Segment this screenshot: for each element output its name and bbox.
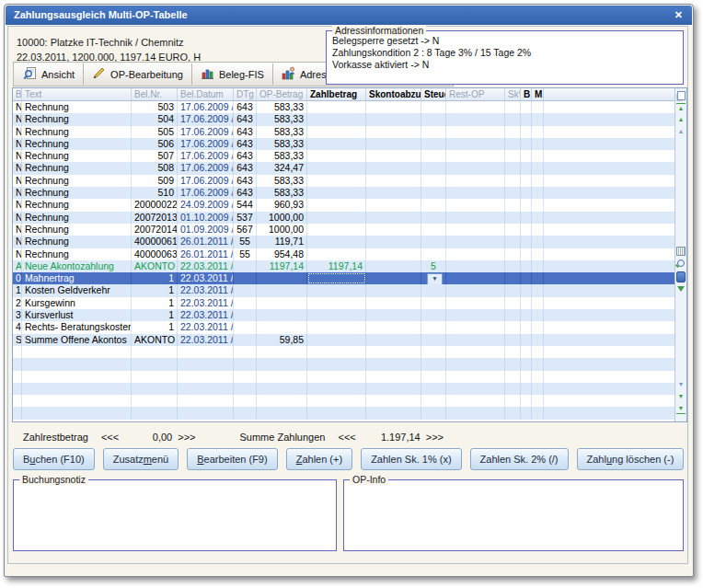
table-row[interactable]: NRechnung50917.06.2009 /Mi643583,33 — [13, 175, 674, 187]
cell-dtg: 643 — [234, 187, 257, 199]
cell-zb — [307, 236, 366, 248]
table-row[interactable]: 1Kosten Geldverkehr122.03.2011 /Di — [13, 284, 674, 296]
table-row[interactable]: NRechnung50517.06.2009 /Mi643583,33 — [13, 126, 674, 138]
tab-op-bearbeitung[interactable]: OP-Bearbeitung — [84, 63, 192, 85]
table-row[interactable]: NRechnung50317.06.2009 /Mi643583,33 — [13, 101, 674, 113]
cell-sk — [366, 138, 421, 150]
tax-dropdown-button[interactable]: ▼ — [427, 273, 443, 284]
cell-st: 5 — [421, 260, 446, 272]
zahlen-button[interactable]: Zahlen (+) — [286, 448, 352, 470]
cell-dtg — [234, 334, 257, 346]
table-row[interactable]: NRechnung4000006126.01.2011 /Mi55119,71 — [13, 236, 674, 248]
cell-skp — [505, 126, 521, 138]
scroll-page-up-icon[interactable]: ▲ — [676, 115, 686, 124]
column-header-belnr[interactable]: Bel.Nr. — [132, 88, 178, 100]
cell-m — [532, 395, 544, 407]
cell-datum: 01.10.2009 /Do — [178, 212, 234, 224]
cell-b2 — [521, 248, 532, 260]
columns-icon[interactable] — [676, 245, 686, 256]
cell-sk — [366, 272, 421, 284]
scroll-top-icon[interactable]: ▲ — [676, 103, 686, 113]
copy-table-icon[interactable] — [676, 89, 686, 100]
column-header-sk[interactable]: Skontoabzug — [366, 88, 421, 100]
cell-op: 1000,00 — [257, 212, 307, 224]
column-header-fill[interactable] — [544, 88, 674, 100]
table-row[interactable] — [13, 395, 674, 407]
table-row[interactable]: NRechnung50417.06.2009 /Mi643583,33 — [13, 113, 674, 125]
tab-ansicht[interactable]: Ansicht — [15, 63, 84, 85]
cell-b: N — [13, 175, 22, 187]
table-row[interactable] — [13, 383, 674, 395]
booking-note-area[interactable] — [14, 480, 336, 550]
scroll-down-icon[interactable]: ▼ — [676, 380, 686, 389]
op-info-area[interactable] — [344, 480, 683, 550]
cell-b2 — [521, 297, 532, 309]
table-row[interactable]: NRechnung2000002224.09.2009 /Do544960,93 — [13, 199, 674, 211]
cell-dtg — [234, 346, 257, 358]
cell-sk — [366, 126, 421, 138]
cell-m — [532, 138, 544, 150]
table-row[interactable]: 2Kursgewinn122.03.2011 /Di — [13, 297, 674, 309]
scroll-up-icon[interactable]: ▲ — [676, 127, 686, 136]
column-header-skp[interactable]: Sk% — [505, 88, 521, 100]
bearbeiten-f9-button[interactable]: Bearbeiten (F9) — [187, 448, 277, 470]
cell-text: Rechnung — [22, 212, 132, 224]
search-icon[interactable] — [676, 258, 686, 267]
zahlen-sk-1-x-button[interactable]: Zahlen Sk. 1% (x) — [361, 448, 461, 470]
scrollbar-thumb[interactable] — [676, 271, 686, 282]
table-row[interactable]: NRechnung2007201301.10.2009 /Do5371000,0… — [13, 212, 674, 224]
column-header-b2[interactable]: B — [521, 88, 532, 100]
tab-beleg-fis[interactable]: Beleg-FIS — [192, 63, 273, 85]
column-header-st[interactable]: Steue — [421, 88, 446, 100]
table-row[interactable] — [13, 346, 674, 358]
cell-datum — [178, 383, 234, 395]
table-row[interactable]: NRechnung51017.06.2009 /Mi643583,33 — [13, 187, 674, 199]
column-header-dtg[interactable]: DTg — [234, 88, 257, 100]
table-row[interactable] — [13, 407, 674, 419]
table-row[interactable]: NRechnung2007201401.09.2009 /Di5671000,0… — [13, 224, 674, 236]
cell-zb — [307, 162, 366, 174]
cell-text: Rechnung — [22, 162, 132, 174]
close-icon[interactable]: ✕ — [674, 9, 683, 21]
filter-icon[interactable] — [676, 284, 686, 292]
cell-fill — [544, 272, 674, 284]
column-header-datum[interactable]: Bel.Datum — [178, 88, 234, 100]
table-row[interactable]: 0Mahnertrag122.03.2011 /Di▼ — [13, 272, 674, 284]
cell-text — [22, 371, 132, 383]
cell-b2 — [521, 236, 532, 248]
cell-sk — [366, 395, 421, 407]
column-header-op[interactable]: OP-Betrag — [257, 88, 307, 100]
column-header-text[interactable]: Text — [22, 88, 132, 100]
column-header-rest[interactable]: Rest-OP — [446, 88, 505, 100]
cell-st — [421, 383, 446, 395]
scroll-page-down-icon[interactable]: ▼ — [676, 392, 686, 401]
table-row[interactable]: ANeue AkontozahlungAKONTO22.03.2011 /Di1… — [13, 260, 674, 272]
zusatzmen-button[interactable]: Zusatzmenü — [103, 448, 179, 470]
tab-label: OP-Bearbeitung — [110, 69, 183, 80]
cell-op: 583,33 — [257, 113, 307, 125]
table-row[interactable]: SSumme Offene AkontosAKONTO22.03.2011 /D… — [13, 334, 674, 346]
zahlung-l-schen-button[interactable]: Zahlung löschen (-) — [577, 448, 685, 470]
cell-dtg — [234, 321, 257, 333]
buchen-f10-button[interactable]: Buchen (F10) — [13, 448, 95, 470]
table-row[interactable] — [13, 371, 674, 383]
table-row[interactable]: NRechnung4000006326.01.2011 /Mi55954,48 — [13, 248, 674, 260]
table-row[interactable]: NRechnung50717.06.2009 /Mi643583,33 — [13, 150, 674, 162]
column-header-zb[interactable]: Zahlbetrag — [307, 88, 366, 100]
cell-belnr: 510 — [132, 187, 178, 199]
cell-dtg — [234, 383, 257, 395]
scroll-bottom-icon[interactable]: ▼ — [676, 404, 686, 414]
table-row[interactable]: NRechnung50817.06.2009 /Mi643324,47 — [13, 162, 674, 174]
cell-zb — [307, 407, 366, 419]
table-row[interactable] — [13, 358, 674, 370]
table-row[interactable]: NRechnung50617.06.2009 /Mi643583,33 — [13, 138, 674, 150]
cell-m — [532, 101, 544, 113]
column-header-b[interactable]: B — [13, 88, 22, 100]
column-header-m[interactable]: M — [532, 88, 544, 100]
cell-st — [421, 212, 446, 224]
cell-b: 2 — [13, 297, 22, 309]
table-row[interactable]: 4Rechts- Beratungskosten122.03.2011 /Di — [13, 321, 674, 333]
pen-icon — [92, 66, 106, 82]
table-row[interactable]: 3Kursverlust122.03.2011 /Di — [13, 309, 674, 321]
zahlen-sk-2-button[interactable]: Zahlen Sk. 2% (/) — [470, 448, 569, 470]
